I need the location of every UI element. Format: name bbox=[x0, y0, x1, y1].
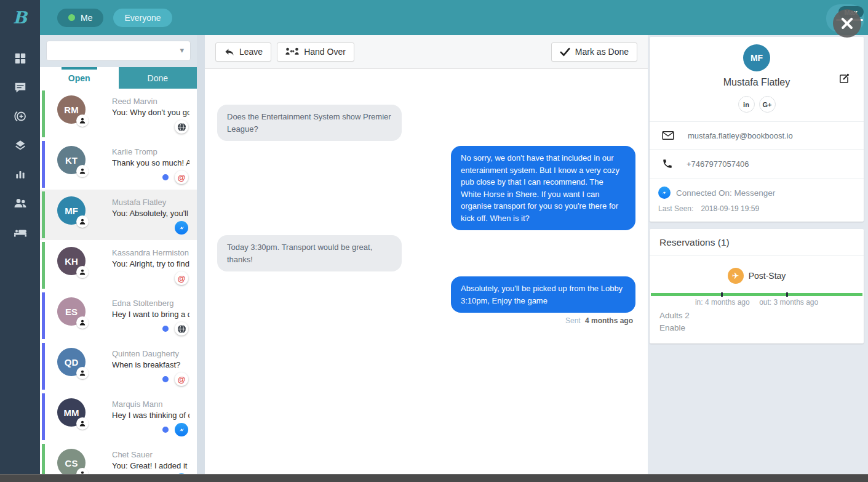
agent-message: Absolutely, you'll be picked up from the… bbox=[217, 276, 635, 313]
panel-gap bbox=[197, 35, 205, 474]
email-channel-icon: @ bbox=[175, 171, 188, 184]
web-channel-icon bbox=[175, 120, 188, 134]
social-links: in G+ bbox=[650, 96, 864, 113]
hand-over-label: Hand Over bbox=[304, 47, 346, 57]
analytics-icon[interactable] bbox=[11, 167, 30, 182]
chevron-down-icon: ▾ bbox=[180, 46, 184, 55]
conversation-list: RM Reed Marvin You: Why don't you go up … bbox=[40, 89, 197, 474]
contact-avatar: MF bbox=[743, 44, 770, 71]
conversation-list-item[interactable]: KT Karlie Tromp Thank you so much! Aweso… bbox=[40, 139, 197, 190]
hand-over-button[interactable]: Hand Over bbox=[277, 42, 354, 62]
conversation-text: Kassandra Hermiston You: Alright, try to… bbox=[112, 247, 189, 285]
mark-as-done-button[interactable]: Mark as Done bbox=[551, 42, 637, 62]
avatar: MF bbox=[57, 196, 86, 225]
linkedin-icon[interactable]: in bbox=[738, 96, 755, 113]
conversation-icons bbox=[112, 322, 189, 335]
message-bubble: No sorry, we don't have that included in… bbox=[451, 146, 635, 230]
channel-status-strip bbox=[42, 191, 45, 238]
googleplus-icon[interactable]: G+ bbox=[759, 96, 776, 113]
conversation-text: Marquis Mann Hey I was thinking of doing… bbox=[112, 399, 189, 436]
contact-avatar-initials: MF bbox=[751, 53, 763, 63]
guest-badge-icon bbox=[76, 367, 89, 379]
channel-status-strip bbox=[42, 444, 45, 474]
conversation-list-item[interactable]: KH Kassandra Hermiston You: Alright, try… bbox=[40, 240, 197, 291]
conversation-text: Reed Marvin You: Why don't you go up an bbox=[112, 96, 189, 134]
filter-everyone-button[interactable]: Everyone bbox=[113, 9, 172, 27]
channel-status-strip bbox=[42, 393, 45, 440]
conversation-preview: You: Great! I added it to your bbox=[112, 460, 189, 472]
conversation-text: Karlie Tromp Thank you so much! Awesor @ bbox=[112, 147, 189, 184]
avatar: MM bbox=[57, 398, 86, 427]
edit-contact-icon[interactable] bbox=[838, 73, 850, 87]
reservations-title: Reservations (1) bbox=[650, 229, 864, 256]
avatar-initials: MM bbox=[64, 408, 79, 418]
last-seen-value: 2018-09-19 19:59 bbox=[701, 204, 759, 213]
conversation-name: Kassandra Hermiston bbox=[112, 247, 189, 258]
conversation-list-item[interactable]: MM Marquis Mann Hey I was thinking of do… bbox=[40, 392, 197, 442]
conversation-icons: @ bbox=[112, 372, 189, 386]
tab-done[interactable]: Done bbox=[119, 67, 197, 89]
message-area: Does the Entertainment System show Premi… bbox=[205, 69, 648, 474]
conversation-filter-select[interactable]: ▾ bbox=[46, 41, 191, 61]
rooms-icon[interactable] bbox=[11, 225, 30, 239]
conversation-list-item[interactable]: ES Edna Stoltenberg Hey I want to bring … bbox=[40, 291, 197, 341]
web-channel-icon bbox=[175, 322, 188, 335]
conversation-list-item[interactable]: RM Reed Marvin You: Why don't you go up … bbox=[40, 89, 197, 139]
stage-label: Post-Stay bbox=[749, 271, 786, 281]
conversation-preview: Thank you so much! Awesor bbox=[112, 157, 189, 169]
guest-badge-icon bbox=[76, 215, 89, 228]
guest-badge-icon bbox=[76, 165, 89, 177]
unread-dot-icon bbox=[162, 326, 169, 332]
contact-email[interactable]: mustafa.flatley@bookboost.io bbox=[688, 131, 793, 140]
conversation-icons: @ bbox=[112, 171, 189, 184]
app-logo[interactable]: B bbox=[0, 0, 40, 35]
chat-toolbar: Leave Hand Over Mark as Done bbox=[205, 35, 648, 69]
conversation-name: Mustafa Flatley bbox=[112, 197, 189, 207]
conversation-list-item[interactable]: MF Mustafa Flatley You: Absolutely, you'… bbox=[40, 190, 197, 240]
avatar-initials: CS bbox=[65, 458, 78, 468]
messages-icon[interactable] bbox=[11, 80, 30, 95]
messenger-channel-icon bbox=[175, 221, 188, 235]
close-icon[interactable] bbox=[833, 9, 861, 38]
last-seen-label: Last Seen: bbox=[658, 204, 693, 213]
enable-field[interactable]: Enable bbox=[650, 322, 864, 334]
conversation-tabs: Open Done bbox=[40, 67, 197, 89]
sent-time: 4 months ago bbox=[585, 316, 633, 325]
leave-label: Leave bbox=[239, 47, 263, 57]
check-out-label: out: 3 months ago bbox=[759, 298, 818, 307]
connected-row: Connected On: Messenger Last Seen:2018-0… bbox=[650, 178, 864, 222]
reservations-card: Reservations (1) ✈ Post-Stay in: 4 month… bbox=[650, 229, 864, 343]
tab-open[interactable]: Open bbox=[40, 67, 119, 89]
channel-status-strip bbox=[42, 90, 45, 137]
chat-panel: Leave Hand Over Mark as Done Does the En… bbox=[205, 35, 648, 474]
bookboost-logo-icon: B bbox=[13, 8, 27, 27]
filter-me-button[interactable]: Me bbox=[57, 9, 103, 27]
sent-label: Sent bbox=[565, 316, 581, 325]
conversation-text: Mustafa Flatley You: Absolutely, you'll … bbox=[112, 197, 189, 235]
conversation-panel: ▾ Open Done RM Reed Marvin You: Why don'… bbox=[40, 35, 197, 474]
layers-icon[interactable] bbox=[11, 138, 30, 153]
conversation-name: Quinten Daugherty bbox=[112, 348, 189, 359]
nav-sidebar bbox=[0, 35, 40, 474]
conversation-icons bbox=[112, 423, 189, 436]
conversation-preview: You: Why don't you go up an bbox=[112, 106, 189, 118]
conversation-list-item[interactable]: CS Chet Sauer You: Great! I added it to … bbox=[40, 442, 197, 474]
channel-status-strip bbox=[42, 292, 45, 339]
contact-phone[interactable]: +7467977057406 bbox=[687, 159, 749, 169]
timeline-labels: in: 4 months ago out: 3 months ago bbox=[650, 298, 864, 308]
team-icon[interactable] bbox=[11, 196, 30, 211]
conversation-name: Marquis Mann bbox=[112, 399, 189, 409]
agent-message: No sorry, we don't have that included in… bbox=[217, 146, 635, 230]
leave-button[interactable]: Leave bbox=[215, 42, 271, 62]
conversation-icons: @ bbox=[112, 271, 189, 285]
conversation-text: Edna Stoltenberg Hey I want to bring a d… bbox=[112, 298, 189, 335]
conversation-icons bbox=[112, 120, 189, 134]
audiences-icon[interactable] bbox=[11, 109, 30, 124]
conversation-list-item[interactable]: QD Quinten Daugherty When is breakfast? … bbox=[40, 341, 197, 392]
conversation-preview: When is breakfast? bbox=[112, 359, 189, 371]
mark-as-done-label: Mark as Done bbox=[575, 47, 629, 57]
guest-badge-icon bbox=[76, 114, 89, 127]
message-bubble: Absolutely, you'll be picked up from the… bbox=[451, 276, 635, 313]
email-channel-icon: @ bbox=[175, 271, 188, 285]
dashboard-icon[interactable] bbox=[11, 51, 30, 66]
